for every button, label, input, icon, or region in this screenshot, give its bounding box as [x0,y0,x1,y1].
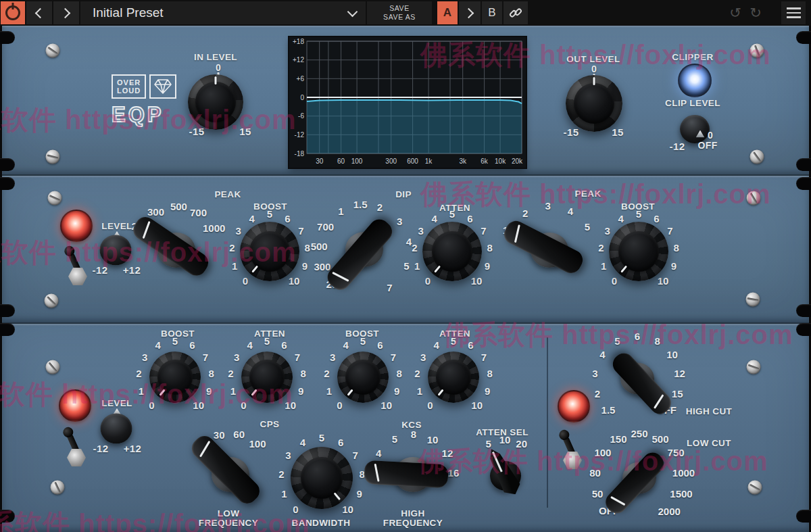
scale-label: 7 [481,351,487,362]
scale-label: 5 [403,260,409,272]
scale-label: 300 [314,261,330,272]
atten-sel-label: ATTEN SEL [476,427,529,437]
high-cut-label: HIGH CUT [686,406,732,416]
menu-button[interactable] [781,1,806,24]
scale-label: 1 [417,385,422,397]
mid-level-knob[interactable] [100,235,132,266]
preset-b-button[interactable]: B [482,1,502,24]
mid-peak-high-label: PEAK [574,189,601,199]
low-cut-label: LOW CUT [687,438,731,448]
section-divider [547,337,548,508]
lever-handle [601,448,668,517]
scale-label: 2 [595,387,600,399]
rack-slot [796,304,811,317]
screw [750,44,764,58]
scale-label: 750 [668,447,685,458]
svg-text:300: 300 [385,158,397,165]
preset-a-button[interactable]: A [437,1,458,24]
mid-boost-high-knob[interactable] [609,222,668,281]
scale-label: 2 [522,207,528,218]
screw [46,44,60,58]
mid-level-label: LEVEL [101,221,132,231]
redo-button[interactable]: ↻ [746,1,765,24]
scale-label: 6 [635,331,640,342]
ab-link-button[interactable] [503,1,528,24]
scale-label: 9 [485,260,490,272]
svg-text:-12: -12 [295,131,305,139]
undo-icon: ↺ [729,5,741,21]
toggle-nut-icon [563,452,582,469]
hf-atten-label: ATTEN [439,329,470,339]
lever-handle [501,218,586,276]
svg-text:+18: +18 [293,38,304,45]
toggle-nut-icon [68,268,87,285]
next-preset-button[interactable] [53,1,79,24]
mid-atten-knob[interactable] [422,222,482,281]
in-level-max-label: 15 [239,126,251,137]
cut-section-toggle[interactable] [556,429,589,472]
mid-atten-label: ATTEN [439,203,470,213]
scale-label: 10 [666,348,678,360]
scale-label: 4 [247,339,252,351]
hf-boost-knob[interactable] [337,352,389,403]
scale-label: 3 [234,351,239,362]
scale-label: 9 [394,385,399,397]
clip-level-label: CLIP LEVEL [665,98,720,108]
scale-label: 12 [442,448,453,459]
out-level-knob[interactable] [566,75,622,132]
scale-label: 9 [298,385,303,397]
undo-button[interactable]: ↺ [726,1,745,24]
bandwidth-knob[interactable] [291,447,353,509]
screw [746,293,760,307]
rack-slot [0,31,15,44]
save-save-as-buttons[interactable]: SAVE SAVE AS [367,1,432,24]
bottom-section-toggle[interactable] [60,426,93,469]
scale-label: 9 [302,260,308,272]
mid-section-lamp[interactable] [60,210,93,242]
power-button[interactable] [1,1,25,24]
lf-atten-knob[interactable] [241,352,293,403]
in-level-zero-label: 0 [216,62,221,73]
scale-label: 3 [545,200,551,212]
screw [48,191,62,205]
mid-level-min-label: -12 [93,264,108,276]
mid-section-toggle[interactable] [62,245,94,288]
cut-section-lamp[interactable] [558,390,590,422]
link-icon [509,6,522,20]
scale-label: 5 [585,221,590,233]
in-level-knob[interactable] [188,74,243,130]
out-level-zero-label: 0 [591,64,597,74]
rack-slot [796,177,811,190]
scale-label: 4 [568,205,573,216]
hf-boost-label: BOOST [345,329,379,339]
prev-preset-button[interactable] [26,1,52,24]
scale-label: 5 [485,438,491,450]
clip-level-off-label: OFF [697,140,717,151]
lever-handle [609,349,675,418]
hf-atten-knob[interactable] [428,352,479,403]
clip-level-knob[interactable] [680,115,710,143]
lf-boost-knob[interactable] [149,352,201,403]
save-button[interactable]: SAVE [389,4,410,13]
clip-level-min-label: -12 [670,141,685,152]
scale-label: 6 [189,339,195,351]
scale-label: 5 [392,433,397,444]
lf-atten-label: ATTEN [254,329,285,339]
chevron-right-icon [60,7,71,18]
rack-slot [0,304,15,317]
scale-label: 15 [672,387,683,399]
clipper-led[interactable] [678,64,712,97]
cps-label: CPS [260,419,280,429]
svg-text:20k: 20k [512,158,523,165]
scale-label: 8 [411,429,416,440]
copy-a-to-b-button[interactable] [459,1,481,24]
scale-label: 50 [592,487,604,499]
bottom-level-knob[interactable] [101,414,132,444]
save-as-button[interactable]: SAVE AS [383,13,416,22]
preset-selector[interactable]: Initial Preset [80,1,366,24]
mid-boost-low-knob[interactable] [240,222,299,281]
screw [51,481,65,495]
lever-handle [324,215,397,294]
scale-label: 7 [203,351,208,362]
bottom-section-lamp[interactable] [59,389,91,422]
